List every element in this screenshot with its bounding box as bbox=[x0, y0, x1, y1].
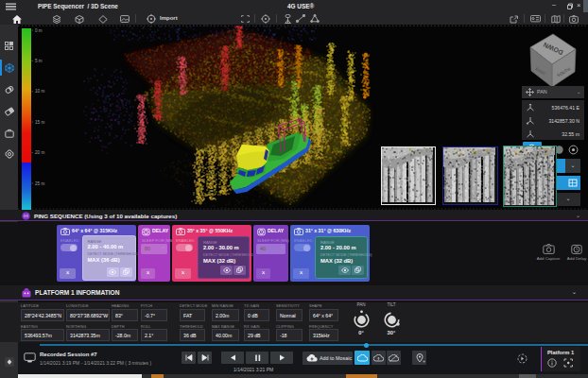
svg-text:10 m: 10 m bbox=[35, 89, 44, 94]
svg-text:0 m: 0 m bbox=[35, 28, 43, 33]
svg-text:25 m: 25 m bbox=[35, 181, 44, 186]
svg-text:15 m: 15 m bbox=[35, 120, 44, 125]
svg-text:5 m: 5 m bbox=[35, 59, 43, 63]
svg-text:20 m: 20 m bbox=[35, 150, 44, 155]
